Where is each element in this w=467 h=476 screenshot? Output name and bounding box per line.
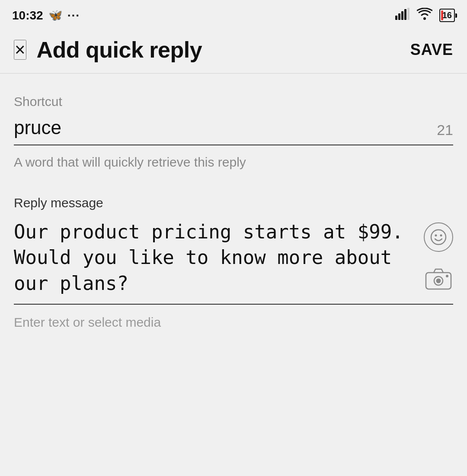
reply-message-label: Reply message [14,196,453,210]
svg-rect-3 [404,9,406,20]
save-button[interactable]: SAVE [410,41,453,59]
camera-icon [425,265,452,292]
reply-message-section: Reply message Our product pricing starts… [14,196,453,330]
shortcut-hint: A word that will quickly retrieve this r… [14,153,453,171]
wifi-icon [417,8,432,23]
shortcut-input[interactable] [14,117,437,138]
reply-row: Our product pricing starts at $99. Would… [14,219,453,305]
content-area: Shortcut 21 A word that will quickly ret… [0,74,467,344]
battery-indicator: 16 [439,9,455,22]
svg-rect-2 [401,11,403,20]
svg-point-5 [423,17,426,20]
page-title: Add quick reply [37,37,202,63]
app-icon: 🦋 [48,9,62,22]
status-left: 10:32 🦋 ··· [12,9,80,23]
svg-rect-0 [395,16,397,20]
more-dots: ··· [67,9,80,23]
close-button[interactable]: × [14,40,26,60]
reply-message-input[interactable]: Our product pricing starts at $99. Would… [14,219,413,297]
header-bar: × Add quick reply SAVE [0,28,467,74]
battery-box: 16 [439,9,455,22]
shortcut-section: Shortcut 21 A word that will quickly ret… [14,94,453,171]
reply-icons [424,219,453,293]
time-display: 10:32 [12,9,43,23]
signal-icon [395,8,410,23]
svg-point-11 [436,279,441,283]
shortcut-label: Shortcut [14,94,453,109]
svg-point-6 [431,230,446,244]
camera-button[interactable] [424,264,453,293]
svg-point-12 [446,275,448,277]
reply-placeholder: Enter text or select media [14,315,453,330]
status-right: 16 [395,8,455,23]
svg-point-7 [435,235,437,237]
emoji-icon [430,229,447,245]
battery-level-text: 16 [442,10,452,20]
char-count: 21 [437,122,453,138]
shortcut-row: 21 [14,117,453,145]
svg-point-8 [440,235,442,237]
emoji-button[interactable] [424,222,453,252]
status-bar: 10:32 🦋 ··· [0,0,467,28]
header-left: × Add quick reply [14,37,202,63]
svg-rect-1 [398,13,400,20]
svg-rect-4 [407,8,409,20]
